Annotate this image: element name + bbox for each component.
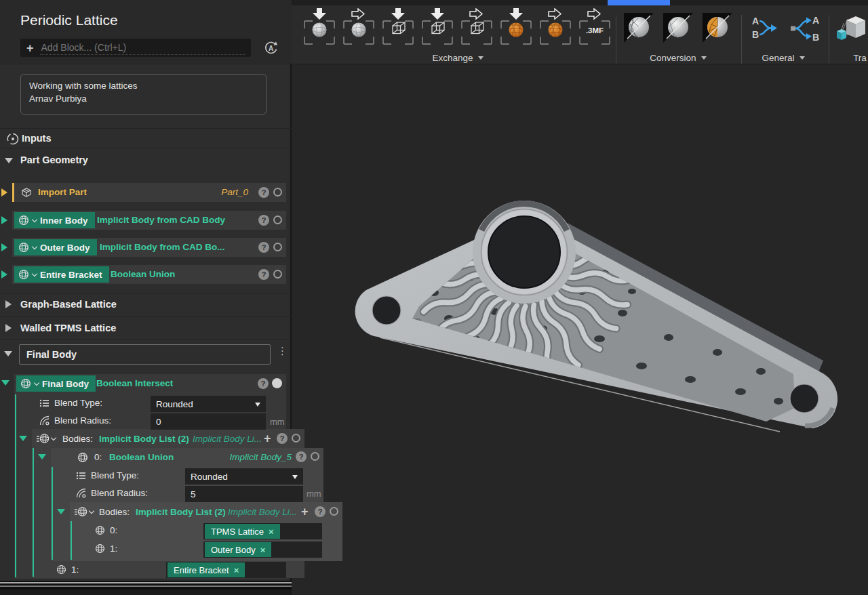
section-caret-walled-tpms[interactable] xyxy=(5,324,12,332)
cad-from-mesh-button[interactable] xyxy=(701,12,734,43)
merge-inputs-button[interactable]: A B xyxy=(750,15,780,42)
section-inputs[interactable]: Inputs xyxy=(22,133,52,144)
chevron-down-icon xyxy=(701,56,707,62)
expand-caret-entire-bracket[interactable] xyxy=(1,270,7,279)
visibility-toggle-on[interactable] xyxy=(272,378,282,388)
blend-type-dropdown[interactable]: Rounded xyxy=(151,396,266,412)
expand-caret-import-part[interactable] xyxy=(1,188,7,197)
block-name-import-part[interactable]: Import Part xyxy=(38,187,87,197)
block-badge-outer-body[interactable]: Outer Body xyxy=(14,239,97,255)
notebook-sidebar: Periodic Lattice + A Working with some l… xyxy=(0,0,292,595)
split-output-button[interactable]: A B xyxy=(789,15,819,42)
autorun-toggle-icon[interactable]: A xyxy=(263,40,279,56)
visibility-toggle-off[interactable] xyxy=(311,452,319,461)
chip-index: 1: xyxy=(110,543,117,554)
section-caret-graph-lattice[interactable] xyxy=(5,300,12,308)
group-label-transform-truncated[interactable]: Tra xyxy=(846,53,868,63)
radius-icon xyxy=(39,415,50,426)
section-part-geometry[interactable]: Part Geometry xyxy=(20,155,88,165)
add-block-input[interactable] xyxy=(40,41,245,55)
blend-radius-label: Blend Radius: xyxy=(91,488,148,498)
export-part-button[interactable] xyxy=(343,8,374,45)
application-window: .3MF A B A xyxy=(0,0,868,595)
add-block-field[interactable]: + xyxy=(20,39,251,57)
visibility-toggle-off[interactable] xyxy=(273,243,282,251)
help-icon[interactable]: ? xyxy=(258,215,269,226)
bodies-hint: Implicit Body Li... xyxy=(193,434,262,444)
blend-radius-input[interactable]: 0 xyxy=(151,413,266,430)
visibility-toggle-off[interactable] xyxy=(330,507,338,516)
body-slot-field[interactable]: Outer Body × xyxy=(203,541,322,558)
visibility-toggle-off[interactable] xyxy=(273,216,282,224)
collapse-caret-inner-bodies[interactable] xyxy=(57,509,65,514)
expand-caret-outer-body[interactable] xyxy=(1,243,7,251)
help-icon[interactable]: ? xyxy=(258,187,269,198)
help-icon[interactable]: ? xyxy=(296,451,307,462)
scale-body-button[interactable] xyxy=(834,14,868,43)
help-icon[interactable]: ? xyxy=(315,506,326,517)
help-icon[interactable]: ? xyxy=(258,378,269,389)
collapse-caret-bodies[interactable] xyxy=(19,436,27,441)
export-3mf-button[interactable]: .3MF xyxy=(579,8,610,45)
collapse-caret-final-body-block[interactable] xyxy=(1,380,9,386)
final-body-section-box[interactable]: Final Body xyxy=(19,344,271,365)
implicit-from-mesh-button[interactable] xyxy=(662,12,694,43)
import-part-accent-bar xyxy=(12,183,14,202)
body-chip-tpms-lattice[interactable]: TPMS Lattice × xyxy=(205,524,280,539)
implicit-body-icon xyxy=(77,452,88,463)
export-lattice-button[interactable] xyxy=(461,8,492,45)
import-mesh-button[interactable] xyxy=(500,8,532,45)
chevron-down-icon xyxy=(32,270,37,276)
add-body-button[interactable]: + xyxy=(264,433,271,444)
visibility-toggle-off[interactable] xyxy=(292,434,300,443)
section-walled-tpms[interactable]: Walled TPMS Lattice xyxy=(20,323,116,333)
section-caret-part-geometry[interactable] xyxy=(5,158,13,163)
list-icon xyxy=(76,470,87,481)
help-icon[interactable]: ? xyxy=(277,433,288,444)
dropdown-caret-icon xyxy=(292,475,298,482)
sidebar-splitter[interactable] xyxy=(0,581,292,590)
kebab-menu-icon[interactable]: ⋮ xyxy=(277,348,288,354)
block-badge-entire-bracket[interactable]: Entire Bracket xyxy=(14,266,109,283)
item-type-boolean-union[interactable]: Boolean Union xyxy=(109,452,174,462)
body-slot-field[interactable]: Entire Bracket × xyxy=(166,562,286,578)
bracket-part-3d-model[interactable] xyxy=(292,64,868,595)
section-graph-lattice[interactable]: Graph-Based Lattice xyxy=(20,299,117,310)
body-chip-entire-bracket[interactable]: Entire Bracket × xyxy=(167,562,245,577)
expand-caret-inner-body[interactable] xyxy=(1,216,7,224)
import-implicit-body-button[interactable] xyxy=(382,8,414,45)
remove-chip-icon[interactable]: × xyxy=(269,527,274,537)
indent-guide xyxy=(71,521,72,560)
svg-text:A: A xyxy=(269,45,273,52)
import-part-button[interactable] xyxy=(304,8,335,45)
import-lattice-button[interactable] xyxy=(422,8,453,45)
notebook-notes[interactable]: Working with some lattices Arnav Purbiya xyxy=(20,74,267,115)
mesh-from-implicit-button[interactable] xyxy=(623,12,655,43)
add-body-button[interactable]: + xyxy=(301,506,309,517)
blend-type-dropdown[interactable]: Rounded xyxy=(185,468,303,485)
block-badge-inner-body[interactable]: Inner Body xyxy=(14,212,95,228)
block-badge-final-body[interactable]: Final Body xyxy=(16,375,96,392)
group-label-general[interactable]: General xyxy=(749,53,817,63)
implicit-body-icon xyxy=(18,269,29,280)
body-slot-field[interactable]: TPMS Lattice × xyxy=(203,523,322,539)
collapse-caret-boolean-union[interactable] xyxy=(38,454,46,459)
visibility-toggle-off[interactable] xyxy=(273,270,282,279)
viewport-3d[interactable] xyxy=(292,64,868,595)
ribbon-toolbar: .3MF A B A xyxy=(292,5,868,64)
remove-chip-icon[interactable]: × xyxy=(260,545,266,555)
svg-text:A: A xyxy=(812,15,819,26)
remove-chip-icon[interactable]: × xyxy=(234,565,239,575)
section-caret-final-body[interactable] xyxy=(4,351,12,356)
group-label-conversion[interactable]: Conversion xyxy=(634,53,722,63)
body-chip-outer-body[interactable]: Outer Body × xyxy=(205,542,271,557)
implicit-body-icon xyxy=(18,242,29,253)
chip-label: TPMS Lattice xyxy=(211,527,264,537)
visibility-toggle-off[interactable] xyxy=(273,188,282,197)
export-mesh-button[interactable] xyxy=(540,8,571,45)
help-icon[interactable]: ? xyxy=(258,269,269,280)
group-label-exchange[interactable]: Exchange xyxy=(414,53,502,63)
help-icon[interactable]: ? xyxy=(258,242,269,253)
active-ribbon-tab-indicator[interactable] xyxy=(608,0,670,5)
blend-radius-input[interactable]: 5 xyxy=(185,486,303,502)
